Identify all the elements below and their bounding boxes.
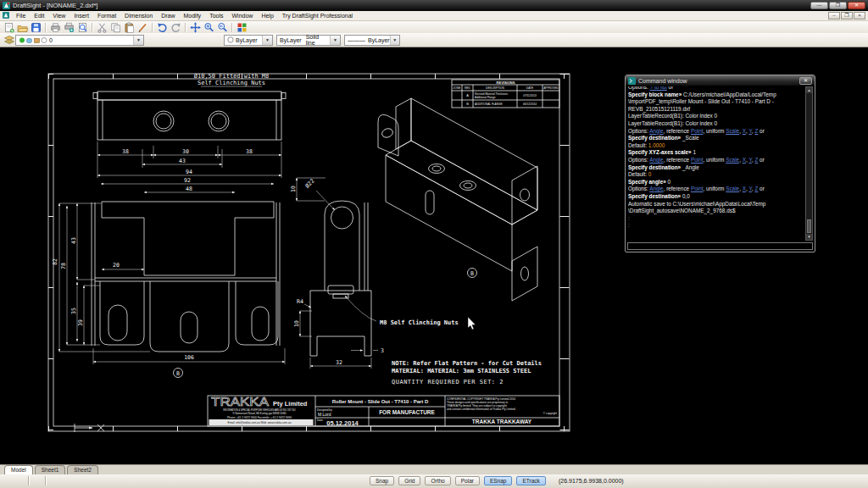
- date-value: 05.12.2014: [326, 419, 359, 427]
- revisions-table: REVISIONS ZONE REV. DESCRIPTION DATE APP…: [452, 80, 559, 108]
- command-window-close-icon[interactable]: ✕: [799, 77, 812, 85]
- menu-draw[interactable]: Draw: [157, 13, 179, 19]
- toggle-esnap[interactable]: ESnap: [484, 476, 513, 485]
- mouse-cursor: [468, 317, 476, 330]
- pan-button[interactable]: [189, 22, 202, 33]
- color-swatch-icon: [227, 36, 234, 43]
- tab-sheet2[interactable]: Sheet2: [67, 465, 98, 474]
- copy-button[interactable]: [109, 22, 122, 33]
- dim-30: 30: [182, 148, 189, 155]
- zoom-previous-button[interactable]: [216, 22, 229, 33]
- mdi-restore-button[interactable]: ❐: [841, 12, 853, 19]
- scroll-up-icon[interactable]: ▲: [806, 87, 812, 93]
- properties-toolbar: 0 ▼ ByLayer ▼ ByLayer Solid line ▼ ——— B…: [0, 33, 868, 47]
- zoom-in-button[interactable]: [203, 22, 215, 33]
- command-window[interactable]: Command window ✕ Options: ? to list orSp…: [625, 75, 815, 252]
- drawing-canvas[interactable]: Ø10,50 Fitted with M8 Self Clinching Nut…: [0, 47, 868, 464]
- lineweight-combo[interactable]: ——— ByLayer ▼: [344, 35, 400, 46]
- menu-try-draftsight-professional[interactable]: Try DraftSight Professional: [278, 13, 357, 19]
- new-document-button[interactable]: [3, 22, 15, 33]
- toggle-grid[interactable]: Grid: [398, 476, 420, 485]
- maximize-button[interactable]: ❐: [829, 2, 847, 9]
- view-label-b-iso: B: [470, 270, 474, 277]
- menu-insert[interactable]: Insert: [70, 13, 93, 19]
- chevron-down-icon[interactable]: ▼: [133, 36, 143, 45]
- close-button[interactable]: ✕: [848, 2, 865, 9]
- options-grid-button[interactable]: [236, 22, 248, 33]
- print-settings-button[interactable]: [63, 22, 75, 33]
- save-button[interactable]: [30, 22, 42, 33]
- coordinate-display: (26.9175,6.9938,0.0000): [559, 478, 624, 484]
- print-preview-button[interactable]: [76, 22, 89, 33]
- toggle-ortho[interactable]: Ortho: [425, 476, 450, 485]
- properties-painter-button[interactable]: [136, 22, 149, 33]
- color-combo[interactable]: ByLayer ▼: [224, 35, 273, 46]
- menu-edit[interactable]: Edit: [30, 13, 48, 19]
- open-file-button[interactable]: [16, 22, 29, 33]
- linestyle-combo[interactable]: ByLayer Solid line ▼: [276, 35, 341, 46]
- chevron-down-icon[interactable]: ▼: [390, 36, 399, 45]
- menu-window[interactable]: Window: [227, 13, 257, 19]
- menu-dimension[interactable]: Dimension: [120, 13, 157, 19]
- mdi-close-button[interactable]: ×: [854, 12, 865, 19]
- toolbar-separator: [185, 23, 186, 32]
- chevron-down-icon[interactable]: ▼: [330, 36, 340, 45]
- sheet-tab-bar: ModelSheet1Sheet2: [0, 464, 868, 474]
- command-scrollbar[interactable]: ▲ ▼: [805, 86, 813, 241]
- tab-model[interactable]: Model: [4, 465, 33, 474]
- lineweight-value: ByLayer: [368, 37, 390, 43]
- dim-3: 3: [381, 347, 384, 354]
- undo-button[interactable]: [156, 22, 169, 33]
- status-toggles: SnapGridOrthoPolarESnapETrack: [370, 476, 550, 485]
- note-flat-pattern: NOTE: Refer Flat Pattern - for Cut Detai…: [392, 360, 542, 367]
- linestyle-value: ByLayer: [280, 37, 302, 43]
- command-line: Automatic save to C:\Users\michael\AppDa…: [628, 201, 804, 208]
- command-line: :: [628, 215, 804, 223]
- command-input[interactable]: [627, 242, 813, 250]
- document-icon: [3, 12, 9, 19]
- toggle-polar[interactable]: Polar: [455, 476, 480, 485]
- scroll-down-icon[interactable]: ▼: [806, 234, 812, 240]
- col-date: DATE: [526, 86, 533, 90]
- menu-tools[interactable]: Tools: [205, 13, 227, 19]
- menu-format[interactable]: Format: [93, 13, 120, 19]
- toggle-snap[interactable]: Snap: [370, 476, 394, 485]
- tab-sheet1[interactable]: Sheet1: [35, 465, 66, 474]
- menu-view[interactable]: View: [48, 13, 70, 19]
- color-value: ByLayer: [236, 37, 258, 43]
- command-window-titlebar[interactable]: Command window ✕: [626, 75, 815, 86]
- company-suffix: Pty Limited: [273, 400, 308, 408]
- redo-button[interactable]: [170, 22, 182, 33]
- rev-b-desc1: ADDITIONAL FLANGE: [475, 103, 503, 106]
- menu-modify[interactable]: Modify: [180, 13, 206, 19]
- rev-a-date: 07/11/2013: [523, 94, 537, 97]
- rev-a: A: [466, 93, 469, 97]
- print-button[interactable]: [49, 22, 62, 33]
- layers-manager-button[interactable]: [3, 35, 15, 46]
- layer-combo[interactable]: 0 ▼: [15, 35, 144, 46]
- command-line: Specify destination» _Angle: [628, 164, 804, 172]
- side-view: 10 Ø22 R4 10 3: [290, 178, 459, 369]
- mdi-minimize-button[interactable]: –: [828, 12, 840, 19]
- toolbar-separator: [92, 23, 93, 32]
- company-subtitle: RECREATION & SPECIAL PURPOSE VEHICLES AB…: [223, 408, 296, 412]
- drawing-title: Roller Mount - Slide Out - T7410 - Part …: [332, 399, 429, 404]
- toggle-etrack[interactable]: ETrack: [516, 476, 545, 485]
- paste-button[interactable]: [123, 22, 136, 33]
- menu-bar-items: FileEditViewInsertFormatDimensionDrawMod…: [12, 13, 357, 19]
- dim-39: 39: [77, 319, 84, 326]
- sheet-border: [48, 74, 570, 431]
- scroll-thumb[interactable]: [807, 219, 811, 233]
- title-bar: DraftSight - [NONAME_2.dxf*] — ❐ ✕: [0, 0, 868, 11]
- cut-button[interactable]: [96, 22, 108, 33]
- command-line: Specify block name» C:/Users/michael/App…: [628, 92, 804, 99]
- dim-diameter-22: Ø22: [304, 178, 316, 190]
- command-line: \DraftSight_autosave\NONAME_2_9768.ds$: [628, 208, 804, 215]
- command-line: Specify angle» 0: [628, 179, 804, 186]
- menu-file[interactable]: File: [12, 13, 30, 19]
- linestyle-name: Solid line: [306, 34, 330, 46]
- menu-help[interactable]: Help: [257, 13, 277, 19]
- minimize-button[interactable]: —: [810, 2, 828, 9]
- command-history[interactable]: Options: ? to list orSpecify block name»…: [628, 86, 804, 241]
- chevron-down-icon[interactable]: ▼: [262, 36, 272, 45]
